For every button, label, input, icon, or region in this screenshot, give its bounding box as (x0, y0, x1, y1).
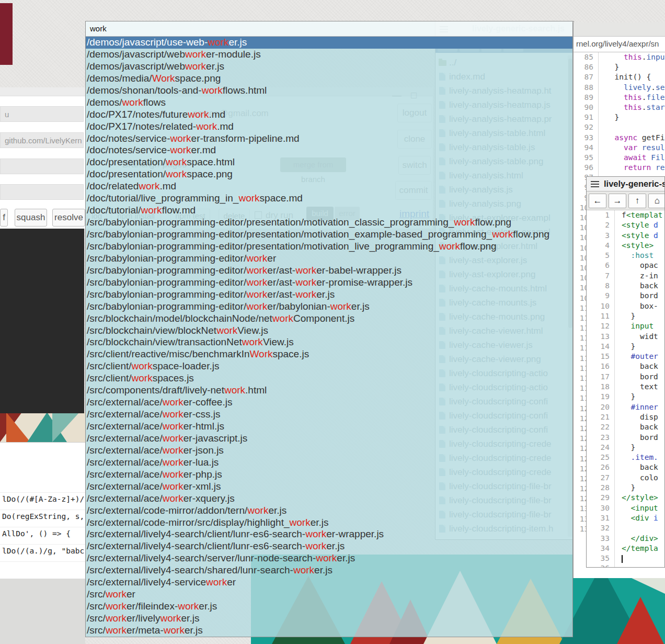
search-result-item[interactable]: /src/blockchain/model/blockchainNode/net… (86, 313, 572, 325)
search-result-item[interactable]: /doc/tutorial/workflow.md (86, 205, 572, 217)
code-line: 17 bord (587, 372, 664, 382)
code-line: 11 } (587, 311, 664, 321)
search-result-item[interactable]: /src/external/ace/worker-json.js (86, 445, 572, 457)
line-number: 89 (574, 93, 599, 103)
line-number: 33 (587, 534, 615, 544)
line-number: 16 (587, 361, 615, 371)
forward-button[interactable]: → (609, 194, 626, 208)
back-button[interactable]: ← (589, 194, 606, 208)
search-result-item[interactable]: /doc/notes/service-worker-transform-pipe… (86, 133, 572, 145)
search-result-item[interactable]: /demos/workflows (86, 97, 572, 109)
search-result-item[interactable]: /src/external/code-mirror/src/display/hi… (86, 517, 572, 529)
search-result-item[interactable]: /src/client/reactive/misc/benchmarkInWor… (86, 348, 572, 360)
code-line: 89 this.file (574, 93, 665, 103)
code-line: 23 bord (587, 433, 664, 443)
line-number: 12 (587, 321, 615, 331)
code-line: 33 </div> (587, 534, 664, 544)
search-result-item[interactable]: /src/babylonian-programming-editor/worke… (86, 277, 572, 289)
username-field[interactable]: u (0, 106, 84, 122)
search-result-item[interactable]: /src/external/ace/worker-coffee.js (86, 397, 572, 409)
code-line: 1f<templat (587, 210, 664, 220)
search-result-item[interactable]: /doc/PX17/notes/related-work.md (86, 121, 572, 133)
code-line: 6 opac (587, 261, 664, 270)
editor-url-text: rnel.org/lively4/aexpr/sn (576, 39, 659, 48)
search-result-item[interactable]: /src/babylonian-programming-editor/worke… (86, 301, 572, 313)
squash-button[interactable]: squash (15, 209, 47, 227)
search-result-item[interactable]: /doc/presentation/workspace.png (86, 168, 572, 180)
code-line: 95 await Fil (574, 153, 665, 163)
search-result-item[interactable]: /src/external/ace/worker-xml.js (86, 481, 572, 493)
search-result-item[interactable]: /src/worker/meta-worker.js (86, 625, 572, 637)
search-result-item[interactable]: /src/external/ace/worker-xquery.js (86, 493, 572, 505)
search-result-item[interactable]: /src/babylonian-programming-editor/worke… (86, 289, 572, 301)
line-number: 86 (574, 62, 599, 72)
search-result-item[interactable]: /doc/notes/service-worker.md (86, 144, 572, 156)
line-number: 20 (587, 402, 615, 412)
search-result-item[interactable]: /src/external/ace/worker-html.js (86, 421, 572, 433)
search-result-item[interactable]: /src/client/workspaces.js (86, 372, 572, 385)
search-result-item[interactable]: /src/external/ace/worker-css.js (86, 409, 572, 421)
code-line: 10 box- (587, 301, 664, 311)
search-result-item[interactable]: /demos/shonan/tools-and-workflows.html (86, 85, 572, 97)
wallpaper-red-strip (0, 3, 13, 65)
git-field-4[interactable] (0, 184, 84, 200)
desktop: — □ u github.com/LivelyKern amson@gmail.… (0, 0, 665, 644)
search-result-item[interactable]: /doc/PX17/notes/futurework.md (86, 109, 572, 121)
up-button[interactable]: ↑ (628, 194, 646, 208)
code-line: 92 (574, 122, 665, 132)
hamburger-menu-icon[interactable] (591, 181, 599, 182)
search-result-item[interactable]: /src/babylonian-programming-editor/prese… (86, 217, 572, 229)
line-number: 29 (587, 493, 615, 503)
fastforward-button[interactable]: f (0, 209, 8, 227)
code-line: AllDo', () => { (2, 529, 71, 538)
line-number: 87 (574, 72, 599, 82)
search-input[interactable]: work (86, 21, 572, 37)
search-result-item[interactable]: /doc/tutorial/live_programming_in_worksp… (86, 193, 572, 205)
line-number: 24 (587, 443, 615, 453)
search-result-item[interactable]: /src/external/ace/worker-php.js (86, 469, 572, 481)
search-result-item[interactable]: /src/worker/livelyworker.js (86, 613, 572, 625)
code-line: 21 disp (587, 412, 664, 422)
search-result-item[interactable]: /src/external/lively4-search/client/lunr… (86, 528, 572, 540)
search-result-item[interactable]: /doc/presentation/workspace.html (86, 156, 572, 168)
search-result-item[interactable]: /demos/javascript/webworker-module.js (86, 49, 572, 61)
search-result-item[interactable]: /src/components/draft/lively-network.htm… (86, 385, 572, 397)
template-editor-title: lively-generic-s (604, 179, 665, 189)
search-result-item[interactable]: /src/babylonian-programming-editor/worke… (86, 253, 572, 265)
code-area[interactable]: 1f<templat2<style d3<style d4<style>5 :h… (587, 210, 664, 568)
code-line: 90 this.star (574, 103, 665, 112)
search-result-item[interactable]: /src/babylonian-programming-editor/prese… (86, 229, 572, 241)
search-result-item[interactable]: /doc/relatedwork.md (86, 180, 572, 193)
search-result-item[interactable]: /src/worker (86, 589, 572, 601)
search-result-item[interactable]: /src/external/lively4-search/server/lunr… (86, 552, 572, 564)
line-number: 28 (587, 483, 615, 493)
search-result-item[interactable]: /src/client/workspace-loader.js (86, 360, 572, 372)
search-result-item[interactable]: /src/external/lively4-search/client/lunr… (86, 540, 572, 552)
search-result-item[interactable]: /src/blockchain/view/blockNetworkView.js (86, 325, 572, 337)
line-number: 17 (587, 372, 615, 382)
line-number: 3 (587, 231, 615, 241)
search-result-item[interactable]: /src/external/lively4-serviceworker (86, 577, 572, 589)
line-number: 14 (587, 342, 615, 352)
git-field-3[interactable] (0, 159, 84, 174)
search-result-item[interactable]: /src/babylonian-programming-editor/worke… (86, 265, 572, 277)
search-result-item[interactable]: /src/external/code-mirror/addon/tern/wor… (86, 505, 572, 517)
code-line: 4<style> (587, 241, 664, 251)
search-result-item[interactable]: /src/blockchain/view/transactionNetworkV… (86, 336, 572, 348)
line-number: 21 (587, 412, 615, 422)
line-number: 18 (587, 382, 615, 392)
search-result-item[interactable]: /src/external/ace/worker-javascript.js (86, 433, 572, 445)
search-result-item[interactable]: /src/external/ace/worker-lua.js (86, 457, 572, 469)
search-result-item[interactable]: /demos/javascript/use-web-worker.js (86, 37, 572, 49)
search-result-item[interactable]: /src/worker/fileindex-worker.js (86, 601, 572, 613)
code-line: 31 <div i (587, 513, 664, 523)
search-result-item[interactable]: /demos/media/Workspace.png (86, 73, 572, 85)
repo-url-field[interactable]: github.com/LivelyKern (0, 132, 84, 148)
resolve-button[interactable]: resolve (52, 209, 85, 227)
editor-url-bar[interactable]: rnel.org/lively4/aexpr/sn (574, 37, 665, 52)
search-result-item[interactable]: /demos/javascript/webworker.js (86, 61, 572, 73)
search-result-item[interactable]: /src/babylonian-programming-editor/prese… (86, 241, 572, 253)
search-result-item[interactable]: /src/external/lively4-search/shared/lunr… (86, 564, 572, 577)
code-line: lDo(/(a.)/g, "babc (2, 547, 84, 555)
home-button[interactable]: ⌂ (648, 194, 665, 208)
